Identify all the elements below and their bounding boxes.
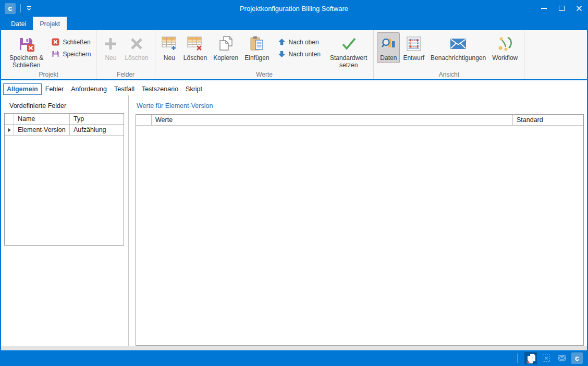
x-icon (129, 34, 144, 53)
plus-icon (103, 34, 118, 53)
minimize-button[interactable] (535, 0, 553, 17)
group-label-projekt: Projekt (1, 71, 96, 78)
ribbon-group-felder: Neu Löschen Felder (96, 30, 155, 79)
speichern-label: Speichern (63, 51, 91, 58)
envelope-icon (450, 34, 467, 53)
felder-loeschen-button[interactable]: Löschen (121, 32, 151, 63)
nach-oben-label: Nach oben (289, 39, 319, 46)
workflow-label: Workflow (492, 54, 518, 62)
predefined-fields-table: Name Typ Element-Version Aufzählung (4, 113, 124, 246)
column-header-typ[interactable]: Typ (70, 114, 124, 124)
selection-box-icon (542, 353, 551, 363)
data-view-icon (381, 34, 396, 53)
felder-loeschen-label: Löschen (125, 54, 148, 62)
ribbon-group-ansicht: Daten Entwurf (374, 30, 524, 79)
panel-splitter[interactable] (128, 95, 129, 346)
group-label-felder: Felder (96, 71, 154, 78)
statusbar-benachrichtigungen-button[interactable] (556, 352, 568, 364)
werte-table: Werte Standard (136, 114, 584, 346)
app-logo-icon[interactable]: c (5, 3, 16, 14)
speichern-button[interactable]: Speichern (50, 49, 93, 59)
design-view-icon (407, 34, 421, 53)
speichern-und-schliessen-button[interactable]: Speichern & Schließen (6, 32, 46, 71)
save-icon (52, 50, 59, 58)
tab-testfall[interactable]: Testfall (111, 83, 138, 95)
titlebar: c Projektkonfiguration Billing Software (0, 0, 588, 17)
statusbar-daten-view-button[interactable] (524, 352, 537, 364)
felder-neu-label: Neu (105, 54, 116, 62)
speichern-und-schliessen-label: Speichern & Schließen (9, 54, 43, 69)
checkmark-icon (340, 34, 357, 53)
workflow-icon (497, 34, 513, 53)
table-delete-icon (187, 34, 203, 53)
statusbar-separator (517, 353, 518, 363)
standardwert-setzen-label: Standardwert setzen (330, 54, 367, 69)
table-row[interactable]: Element-Version Aufzählung (5, 125, 124, 136)
row-indicator-cell (5, 125, 14, 135)
paste-icon (250, 34, 264, 53)
felder-neu-button[interactable]: Neu (100, 32, 121, 63)
window-border-left (0, 17, 1, 366)
group-label-ansicht: Ansicht (374, 71, 524, 78)
entwurf-label: Entwurf (403, 54, 424, 62)
benachrichtigungen-button[interactable]: Benachrichtigungen (427, 32, 489, 63)
daten-label: Daten (380, 54, 397, 62)
ribbon-group-projekt: Speichern & Schließen Schließen (1, 30, 96, 79)
nach-unten-button[interactable]: Nach unten (276, 49, 323, 59)
field-name-cell: Element-Version (14, 125, 70, 135)
tab-allgemein[interactable]: Allgemein (3, 83, 42, 95)
nach-oben-button[interactable]: Nach oben (276, 37, 323, 47)
ribbon-tab-projekt[interactable]: Projekt (33, 17, 67, 30)
minimize-icon (541, 8, 547, 9)
statusbar: c (0, 350, 588, 366)
window-title: Projektkonfiguration Billing Software (0, 5, 588, 13)
view-tab-strip: Allgemein Fehler Anforderung Testfall Te… (3, 83, 206, 95)
tab-testszenario[interactable]: Testszenario (138, 83, 182, 95)
werte-neu-button[interactable]: Neu (158, 32, 180, 63)
werte-loeschen-button[interactable]: Löschen (180, 32, 210, 63)
column-header-werte[interactable]: Werte (152, 115, 513, 125)
nach-unten-label: Nach unten (289, 51, 321, 58)
tab-fehler[interactable]: Fehler (42, 83, 67, 95)
close-icon (576, 5, 582, 11)
standardwert-setzen-button[interactable]: Standardwert setzen (327, 32, 370, 71)
workflow-button[interactable]: Workflow (489, 32, 521, 63)
ribbon-tab-datei[interactable]: Datei (4, 17, 33, 30)
entwurf-button[interactable]: Entwurf (400, 32, 427, 63)
field-typ-cell: Aufzählung (70, 125, 124, 135)
statusbar-entwurf-view-button[interactable] (540, 352, 553, 364)
daten-button[interactable]: Daten (377, 32, 400, 63)
column-header-standard[interactable]: Standard (513, 115, 583, 125)
arrow-up-icon (278, 38, 286, 46)
schliessen-label: Schließen (63, 39, 90, 46)
table-header-row: Name Typ (5, 114, 124, 125)
werte-loeschen-label: Löschen (183, 54, 207, 62)
envelope-dim-icon (557, 355, 567, 362)
arrow-down-icon (278, 50, 286, 58)
einfuegen-button[interactable]: Einfügen (241, 32, 272, 63)
maximize-icon (559, 6, 565, 11)
left-panel-title: Vordefinierte Felder (9, 102, 66, 109)
copy-icon (218, 34, 234, 53)
column-header-name[interactable]: Name (14, 114, 70, 124)
app-window: c Projektkonfiguration Billing Software … (0, 0, 588, 366)
right-panel-title: Werte für Element-Version (137, 102, 213, 109)
kopieren-button[interactable]: Kopieren (210, 32, 241, 63)
close-button[interactable] (570, 0, 588, 17)
close-red-icon (52, 38, 59, 46)
ribbon-tab-strip: Datei Projekt (0, 17, 588, 30)
group-label-werte: Werte (155, 71, 374, 78)
maximize-button[interactable] (553, 0, 570, 17)
tab-anforderung[interactable]: Anforderung (67, 83, 111, 95)
tab-skript[interactable]: Skript (182, 83, 206, 95)
resize-strip (1, 346, 587, 350)
row-indicator-header-cell (136, 115, 152, 125)
ribbon-group-werte: Neu Löschen (155, 30, 374, 79)
statusbar-app-logo-icon[interactable]: c (571, 352, 583, 364)
einfuegen-label: Einfügen (244, 54, 269, 62)
pages-icon (525, 353, 536, 363)
save-close-icon (18, 34, 35, 53)
schliessen-button[interactable]: Schließen (50, 37, 93, 47)
row-indicator-header-cell (5, 114, 14, 124)
quick-access-customize-icon[interactable] (26, 5, 32, 12)
